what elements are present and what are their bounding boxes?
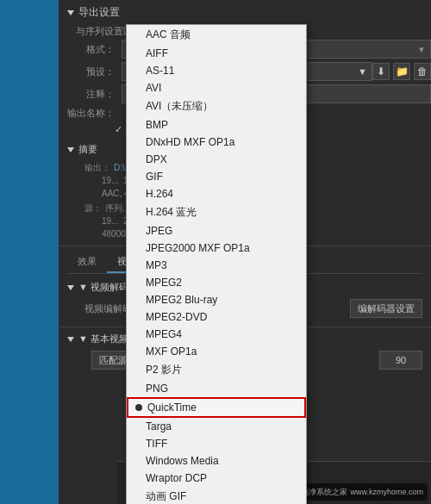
dropdown-item-p2[interactable]: P2 影片 [127, 360, 306, 380]
dropdown-item-mpeg2-dvd[interactable]: MPEG2-DVD [127, 308, 306, 326]
quality-input[interactable] [379, 351, 422, 370]
dropdown-item-label: GIF [146, 171, 163, 183]
basic-collapse-icon [67, 337, 74, 342]
dropdown-item-label: 动画 GIF [146, 489, 186, 504]
dropdown-item-label: MXF OP1a [146, 345, 197, 358]
dropdown-item-aiff[interactable]: AIFF [127, 45, 306, 62]
dropdown-item-label: Targa [146, 420, 172, 432]
left-panel [0, 0, 59, 504]
dropdown-item-label: TIFF [146, 438, 167, 450]
dropdown-item-targa[interactable]: Targa [127, 418, 306, 435]
dropdown-item-dnxhd[interactable]: DNxHD MXF OP1a [127, 134, 306, 151]
dropdown-item-label: P2 影片 [146, 363, 182, 377]
dropdown-item-avi-uncomp[interactable]: AVI（未压缩） [127, 96, 306, 116]
dropdown-item-h264-blue[interactable]: H.264 蓝光 [127, 202, 306, 222]
icon-buttons: ⬇ 📁 🗑 [372, 63, 431, 80]
delete-preset-button[interactable]: 🗑 [414, 63, 431, 80]
dropdown-item-bmp[interactable]: BMP [127, 116, 306, 134]
save-preset-button[interactable]: ⬇ [372, 63, 390, 80]
format-dropdown-overlay: AAC 音频AIFFAS-11AVIAVI（未压缩）BMPDNxHD MXF O… [126, 24, 307, 504]
main-container: 导出设置 与序列设置匹配 格式： QuickTime ▼ 预设： ▼ ⬇ 📁 🗑 [0, 0, 431, 504]
dropdown-item-label: JPEG [146, 225, 172, 237]
comment-label: 注释： [67, 88, 115, 101]
dropdown-item-wraptor[interactable]: Wraptor DCP [127, 470, 306, 487]
dropdown-item-label: H.264 蓝光 [146, 205, 197, 220]
dropdown-item-windows-media[interactable]: Windows Media [127, 452, 306, 470]
format-label: 格式： [67, 43, 115, 56]
dropdown-item-label: MPEG2 [146, 277, 182, 289]
dropdown-item-mpeg4[interactable]: MPEG4 [127, 326, 306, 343]
dropdown-item-label: JPEG2000 MXF OP1a [146, 242, 250, 254]
dropdown-item-label: PNG [146, 383, 168, 395]
dropdown-item-label: MPEG2-DVD [146, 311, 207, 323]
dropdown-item-label: MPEG2 Blu-ray [146, 294, 217, 306]
dropdown-item-jpeg2000[interactable]: JPEG2000 MXF OP1a [127, 240, 306, 257]
dropdown-item-label: AAC 音频 [146, 28, 191, 42]
dropdown-item-label: AVI（未压缩） [146, 99, 213, 114]
dropdown-item-label: DNxHD MXF OP1a [146, 136, 234, 148]
dropdown-item-label: Wraptor DCP [146, 472, 207, 484]
dropdown-item-mpeg2[interactable]: MPEG2 [127, 274, 306, 291]
dropdown-item-dpx[interactable]: DPX [127, 151, 306, 168]
dropdown-item-label: DPX [146, 153, 167, 165]
dropdown-item-avi[interactable]: AVI [127, 79, 306, 96]
export-header: 导出设置 [59, 0, 431, 23]
selected-dot-icon [135, 404, 142, 411]
dropdown-item-label: AIFF [146, 47, 168, 59]
preset-label: 预设： [67, 65, 115, 78]
dropdown-item-label: QuickTime [147, 401, 197, 414]
dropdown-item-label: AVI [146, 82, 161, 94]
dropdown-item-quicktime[interactable]: QuickTime [127, 397, 306, 418]
dropdown-arrow-icon: ▼ [417, 45, 426, 54]
export-title: 导出设置 [78, 5, 120, 20]
dropdown-item-label: AS-11 [146, 65, 174, 77]
summary-collapse-icon [67, 147, 74, 152]
import-preset-button[interactable]: 📁 [393, 63, 410, 80]
source-label: 源： [84, 202, 102, 215]
dropdown-item-label: MP3 [146, 259, 167, 271]
dropdown-item-label: BMP [146, 119, 168, 131]
output-name-label: 输出名称： [67, 107, 115, 120]
summary-label: 摘要 [78, 143, 97, 156]
dropdown-item-jpeg[interactable]: JPEG [127, 222, 306, 240]
watermark-url: www.kzmyhome.com [350, 488, 423, 496]
dropdown-item-label: H.264 [146, 188, 173, 200]
dropdown-item-aac[interactable]: AAC 音频 [127, 25, 306, 45]
dropdown-item-as11[interactable]: AS-11 [127, 62, 306, 79]
dropdown-item-png[interactable]: PNG [127, 380, 306, 397]
preset-arrow-icon: ▼ [358, 66, 367, 77]
dropdown-item-label: MPEG4 [146, 328, 182, 340]
content-area: 导出设置 与序列设置匹配 格式： QuickTime ▼ 预设： ▼ ⬇ 📁 🗑 [59, 0, 431, 504]
dropdown-item-mp3[interactable]: MP3 [127, 257, 306, 274]
dropdown-item-gif[interactable]: GIF [127, 168, 306, 185]
dropdown-item-h264[interactable]: H.264 [127, 185, 306, 202]
output-label: 输出： [84, 161, 110, 174]
collapse-icon [67, 10, 74, 16]
dropdown-item-mpeg2-bluray[interactable]: MPEG2 Blu-ray [127, 291, 306, 308]
dropdown-item-animated-gif[interactable]: 动画 GIF [127, 487, 306, 504]
decoder-settings-button[interactable]: 编解码器设置 [350, 299, 422, 318]
dropdown-item-label: Windows Media [146, 455, 219, 467]
tab-effects[interactable]: 效果 [67, 252, 107, 273]
decoder-collapse-icon [67, 285, 74, 290]
dropdown-item-tiff[interactable]: TIFF [127, 435, 306, 452]
watermark-text: 纯净系统之家 [301, 487, 347, 498]
dropdown-item-mxf[interactable]: MXF OP1a [127, 343, 306, 360]
